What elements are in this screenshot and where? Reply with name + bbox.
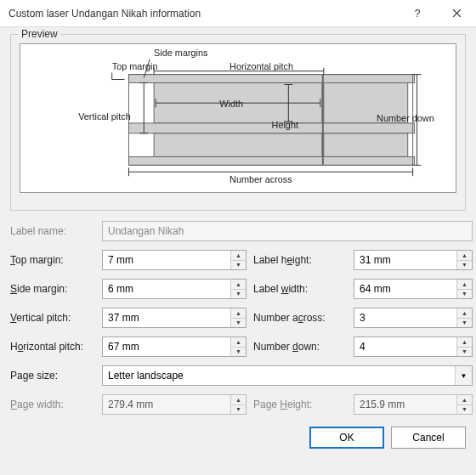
- label-height-label: Label height:: [253, 254, 347, 266]
- page-size-label: Page size:: [10, 370, 95, 382]
- page-size-select[interactable]: Letter landscape ▼: [102, 365, 473, 386]
- close-icon: [452, 8, 462, 18]
- side-margin-label: Side margin:: [10, 283, 95, 295]
- top-margin-input[interactable]: ▲▼: [102, 250, 246, 270]
- horizontal-pitch-input[interactable]: ▲▼: [102, 336, 246, 357]
- titlebar: Custom laser Undangan Nikah information …: [0, 0, 476, 27]
- label-height-input[interactable]: ▲▼: [354, 250, 473, 270]
- form-grid: Label name: Undangan Nikah Top margin: ▲…: [10, 221, 466, 415]
- number-across-input[interactable]: ▲▼: [354, 308, 473, 328]
- horizontal-pitch-label: Horizontal pitch:: [10, 341, 95, 353]
- label-width-input[interactable]: ▲▼: [354, 279, 473, 299]
- svg-text:Vertical pitch: Vertical pitch: [78, 111, 131, 122]
- number-down-label: Number down:: [253, 341, 347, 353]
- page-width-input: ▲▼: [102, 394, 246, 415]
- cancel-button[interactable]: Cancel: [391, 427, 466, 449]
- number-across-label: Number across:: [253, 312, 347, 324]
- ok-button[interactable]: OK: [309, 427, 384, 449]
- svg-text:Top margin: Top margin: [112, 61, 158, 71]
- dialog-buttons: OK Cancel: [10, 427, 466, 449]
- preview-legend: Preview: [18, 28, 61, 40]
- close-button[interactable]: [437, 0, 476, 27]
- svg-text:Number across: Number across: [230, 174, 292, 184]
- preview-diagram: Side margins Top margin Horizontal pitch…: [20, 43, 456, 193]
- side-margin-input[interactable]: ▲▼: [102, 279, 246, 299]
- top-margin-label: Top margin:: [10, 254, 95, 266]
- help-button[interactable]: ?: [398, 0, 437, 27]
- spin-up-icon[interactable]: ▲: [231, 251, 246, 261]
- page-height-label: Page Height:: [253, 399, 347, 410]
- label-width-label: Label width:: [253, 283, 347, 295]
- svg-rect-3: [324, 133, 408, 157]
- chevron-down-icon: ▼: [455, 366, 472, 385]
- svg-rect-2: [154, 133, 322, 157]
- page-height-input: ▲▼: [354, 394, 473, 415]
- window-title: Custom laser Undangan Nikah information: [8, 8, 398, 20]
- svg-rect-7: [322, 75, 324, 166]
- svg-rect-4: [128, 75, 414, 83]
- number-down-input[interactable]: ▲▼: [354, 336, 473, 357]
- vertical-pitch-input[interactable]: ▲▼: [102, 308, 246, 328]
- label-name-label: Label name:: [10, 225, 95, 237]
- svg-text:Width: Width: [219, 99, 243, 109]
- svg-text:Horizontal pitch: Horizontal pitch: [230, 61, 293, 71]
- svg-text:Number down: Number down: [377, 113, 434, 123]
- page-width-label: Page width:: [10, 399, 95, 410]
- svg-text:Side margins: Side margins: [154, 48, 208, 58]
- label-name-input: Undangan Nikah: [102, 221, 473, 241]
- vertical-pitch-label: Vertical pitch:: [10, 312, 95, 324]
- svg-rect-6: [128, 156, 414, 165]
- spin-down-icon[interactable]: ▼: [231, 261, 246, 270]
- preview-group: Preview Side margins Top margin: [10, 34, 466, 211]
